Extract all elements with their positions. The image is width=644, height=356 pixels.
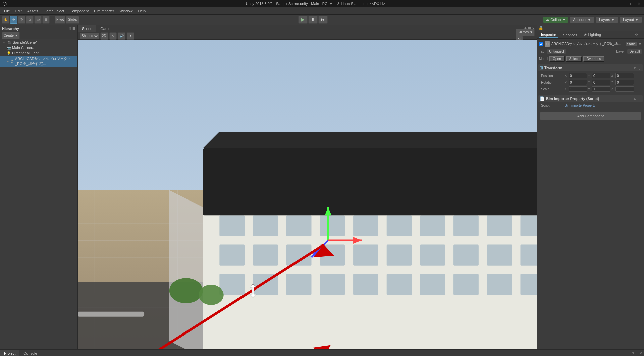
- move-tool[interactable]: ✛: [10, 16, 17, 24]
- active-checkbox[interactable]: [539, 42, 543, 46]
- script-value[interactable]: BimImporterProperty: [565, 104, 595, 107]
- scale-tool[interactable]: ⇲: [26, 16, 34, 24]
- global-button[interactable]: Global: [66, 16, 79, 24]
- pause-button[interactable]: ⏸: [308, 16, 318, 24]
- scale-y-field: Y: [588, 86, 610, 92]
- shaded-dropdown[interactable]: Shaded: [80, 33, 99, 39]
- open-button[interactable]: Open: [549, 56, 564, 62]
- tab-scene[interactable]: Scene: [78, 25, 96, 32]
- titlebar: ⬡ Unity 2018.3.0f2 - SampleScene.unity -…: [0, 0, 644, 7]
- tab-lighting[interactable]: ☀ Lighting: [582, 32, 603, 38]
- account-button[interactable]: Account ▼: [570, 17, 594, 23]
- menu-window[interactable]: Window: [117, 8, 135, 14]
- rot-z-field: Z: [611, 80, 634, 85]
- script-row: Script BimImporterProperty: [540, 103, 641, 108]
- z-axis-label: Z: [611, 74, 615, 77]
- transform-overflow-icon[interactable]: ⋮: [638, 66, 641, 70]
- svg-point-62: [199, 285, 224, 305]
- services-tab-label: Services: [563, 33, 577, 37]
- menu-gameobject[interactable]: GameObject: [41, 8, 67, 14]
- step-button[interactable]: ⏭: [318, 16, 328, 24]
- rect-tool[interactable]: ▭: [34, 16, 42, 24]
- rot-y-input[interactable]: [592, 80, 610, 85]
- tab-console[interactable]: Console: [19, 350, 41, 356]
- tag-dropdown[interactable]: Untagged: [547, 49, 566, 54]
- layout-button[interactable]: Layout ▼: [620, 17, 642, 23]
- rot-z-input[interactable]: [615, 80, 634, 85]
- tab-project[interactable]: Project: [0, 350, 19, 356]
- svg-rect-28: [253, 215, 278, 236]
- minimize-button[interactable]: —: [622, 1, 627, 6]
- transform-component-header[interactable]: ⊞ Transform ⚙ ⋮: [538, 64, 643, 71]
- audio-button[interactable]: 🔊: [118, 32, 125, 40]
- pos-y-input[interactable]: [592, 73, 610, 78]
- light-icon: 💡: [7, 51, 11, 55]
- bim-component-header[interactable]: 📄 Bim Importer Property (Script) ⚙ ⋮: [538, 95, 643, 102]
- pivot-button[interactable]: Pivot: [55, 16, 65, 24]
- bim-overflow-icon[interactable]: ⋮: [638, 97, 641, 101]
- menu-file[interactable]: File: [1, 8, 13, 14]
- object-header: ⬡ ARCHICADサンプルプロジェクト_RC造_準合住宅_A Static ▼: [538, 40, 643, 48]
- menu-component[interactable]: Component: [67, 8, 91, 14]
- add-component-button[interactable]: Add Component: [540, 112, 641, 120]
- menu-assets[interactable]: Assets: [24, 8, 41, 14]
- collab-button[interactable]: ☁ Collab ▼: [543, 17, 568, 23]
- hand-tool[interactable]: ✋: [2, 16, 9, 24]
- window-title: Unity 2018.3.0f2 - SampleScene.unity - M…: [9, 2, 622, 6]
- unity-logo: ⬡: [3, 1, 7, 6]
- hierarchy-create-btn[interactable]: Create ▼: [2, 32, 20, 39]
- close-button[interactable]: ✕: [637, 1, 641, 6]
- play-button[interactable]: ▶: [298, 16, 308, 24]
- svg-rect-57: [203, 148, 537, 215]
- hierarchy-icons: ⚙ ☰: [68, 27, 75, 30]
- lights-button[interactable]: ☀: [109, 32, 117, 40]
- lock-icon[interactable]: 🔒: [538, 26, 543, 30]
- menu-bimimporter[interactable]: BimImporter: [91, 8, 117, 14]
- scale-z-input[interactable]: [615, 86, 634, 92]
- layer-dropdown[interactable]: Default: [627, 49, 642, 54]
- hierarchy-item-maincamera[interactable]: 📷 Main Camera: [0, 45, 77, 50]
- pos-x-input[interactable]: [569, 73, 587, 78]
- menu-help[interactable]: Help: [135, 8, 148, 14]
- bim-menu-icon[interactable]: ⚙: [634, 97, 637, 101]
- effects-button[interactable]: ✦: [127, 32, 134, 40]
- rotate-tool[interactable]: ↻: [18, 16, 25, 24]
- hierarchy-light-label: Directional Light: [12, 51, 39, 55]
- layers-button[interactable]: Layers ▼: [596, 17, 618, 23]
- transform-menu-icon[interactable]: ⚙: [634, 66, 637, 70]
- sy-axis-label: Y: [588, 87, 591, 91]
- svg-rect-36: [520, 215, 537, 236]
- sz-axis-label: Z: [611, 87, 615, 91]
- maximize-button[interactable]: □: [629, 1, 634, 6]
- scene-game-tabs: Scene Game ⚙ ☰ ✕: [78, 25, 537, 32]
- select-button[interactable]: Select: [566, 56, 582, 62]
- hierarchy-item-archicad[interactable]: ▶ ⬡ ARCHICADサンプルプロジェクト_RC造_準合住宅...: [0, 56, 77, 67]
- scale-x-input[interactable]: [569, 86, 587, 92]
- overrides-button[interactable]: Overrides: [583, 56, 604, 62]
- y-axis-label: Y: [588, 74, 591, 77]
- separator-2: [82, 16, 82, 23]
- script-label: Script: [541, 104, 565, 107]
- svg-rect-47: [219, 274, 245, 295]
- pos-z-input[interactable]: [615, 73, 634, 78]
- 2d-button[interactable]: 2D: [100, 32, 108, 40]
- project-panel-icons: ⚙ ☰ ✕: [629, 351, 644, 355]
- gizmos-button[interactable]: Gizmos ▼: [516, 29, 535, 36]
- scene-tab-label: Scene: [82, 27, 92, 31]
- rot-y-field: Y: [588, 80, 610, 85]
- hierarchy-item-samplescene[interactable]: ▼ 🎬 SampleScene*: [0, 40, 77, 45]
- rot-x-input[interactable]: [569, 80, 587, 85]
- svg-marker-60: [203, 132, 537, 148]
- tab-services[interactable]: Services: [561, 32, 579, 38]
- hierarchy-item-directionallight[interactable]: 💡 Directional Light: [0, 50, 77, 56]
- scene-3d-view[interactable]: Y: [78, 40, 537, 349]
- menubar: File Edit Assets GameObject Component Bi…: [0, 7, 644, 15]
- tab-game[interactable]: Game: [96, 25, 114, 32]
- scale-y-input[interactable]: [592, 86, 610, 92]
- position-label: Position: [541, 74, 565, 78]
- static-dropdown-icon[interactable]: ▼: [638, 42, 642, 46]
- tab-inspector[interactable]: Inspector: [539, 32, 558, 38]
- menu-edit[interactable]: Edit: [13, 8, 24, 14]
- static-badge: Static: [626, 42, 637, 46]
- transform-all-tool[interactable]: ⊞: [42, 16, 50, 24]
